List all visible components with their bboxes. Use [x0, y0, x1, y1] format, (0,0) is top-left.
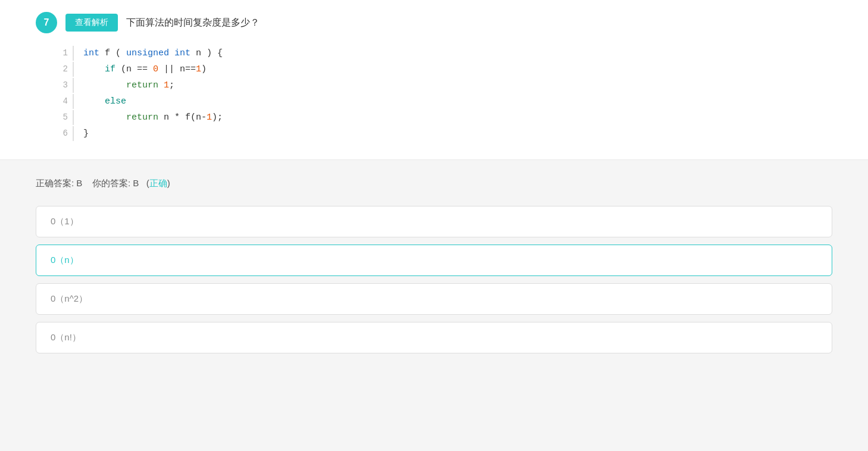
question-text: 下面算法的时间复杂度是多少？: [126, 17, 260, 29]
line-number-5: 5: [60, 110, 74, 125]
code-line-1: 1 int f ( unsigned int n ) {: [60, 45, 832, 61]
line-number-2: 2: [60, 62, 74, 77]
answer-line: 正确答案: B 你的答案: B (正确): [36, 178, 832, 189]
line-number-3: 3: [60, 78, 74, 93]
code-line-3: 3 return 1;: [60, 77, 832, 93]
code-line-6: 6 }: [60, 126, 832, 142]
option-c-text: 0（n^2）: [51, 293, 88, 303]
your-answer-label: 你的答案: B: [92, 178, 139, 188]
option-b[interactable]: 0（n）: [36, 245, 832, 276]
code-content-1: int f ( unsigned int n ) {: [83, 45, 223, 61]
options-list: 0（1） 0（n） 0（n^2） 0（n!）: [0, 206, 868, 371]
question-number-badge: 7: [36, 12, 57, 33]
code-line-5: 5 return n * f(n-1);: [60, 109, 832, 126]
question-header: 7 查看解析 下面算法的时间复杂度是多少？: [36, 12, 832, 33]
code-content-4: else: [83, 93, 126, 109]
option-d-text: 0（n!）: [51, 332, 81, 342]
view-analysis-button[interactable]: 查看解析: [65, 14, 118, 32]
code-content-6: }: [83, 126, 89, 142]
option-b-text: 0（n）: [51, 255, 79, 265]
question-section: 7 查看解析 下面算法的时间复杂度是多少？ 1 int f ( unsigned…: [0, 0, 868, 160]
code-content-3: return 1;: [83, 77, 174, 93]
code-content-2: if (n == 0 || n==1): [83, 61, 207, 77]
page-container: 7 查看解析 下面算法的时间复杂度是多少？ 1 int f ( unsigned…: [0, 0, 868, 451]
option-d[interactable]: 0（n!）: [36, 322, 832, 353]
answer-status: 正确: [149, 178, 167, 188]
line-number-1: 1: [60, 46, 74, 61]
code-line-4: 4 else: [60, 93, 832, 109]
option-a[interactable]: 0（1）: [36, 206, 832, 237]
code-content-5: return n * f(n-1);: [83, 109, 223, 126]
option-a-text: 0（1）: [51, 216, 79, 226]
option-c[interactable]: 0（n^2）: [36, 283, 832, 315]
line-number-4: 4: [60, 94, 74, 109]
code-line-2: 2 if (n == 0 || n==1): [60, 61, 832, 77]
code-block: 1 int f ( unsigned int n ) { 2 if (n == …: [60, 45, 832, 142]
line-number-6: 6: [60, 126, 74, 141]
answer-section: 正确答案: B 你的答案: B (正确): [0, 160, 868, 206]
correct-answer-label: 正确答案: B: [36, 178, 82, 188]
